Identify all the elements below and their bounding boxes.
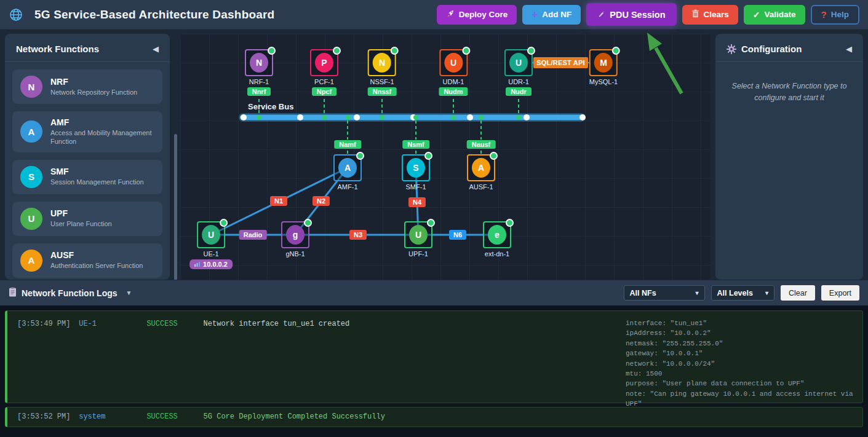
network-functions-title: Network Functions bbox=[16, 44, 99, 54]
help-label: Help bbox=[831, 10, 849, 19]
sbi-badge-nsmf: Nsmf bbox=[402, 140, 429, 149]
node-ue-1[interactable]: U UE-1 10.0.0.2 bbox=[189, 221, 233, 269]
add-nf-label: Add NF bbox=[542, 10, 571, 19]
status-dot bbox=[527, 47, 535, 55]
nf-desc: Access and Mobility Management Function bbox=[50, 128, 154, 146]
node-ext-dn-1[interactable]: e ext-dn-1 bbox=[483, 221, 511, 258]
node-smf-1[interactable]: S SMF-1 bbox=[402, 154, 430, 191]
export-logs-button[interactable]: Export bbox=[821, 285, 859, 301]
status-dot bbox=[490, 152, 498, 160]
help-button[interactable]: ? Help bbox=[811, 5, 859, 25]
question-icon: ? bbox=[821, 9, 827, 20]
node-gnb-1[interactable]: g gNB-1 bbox=[281, 221, 309, 258]
collapse-left-icon[interactable]: ◀ bbox=[153, 44, 159, 53]
link-badge-n2: N2 bbox=[313, 196, 330, 206]
log-source: UE-1 bbox=[79, 320, 142, 328]
page-title: 5G Service-Based Architecture Dashboard bbox=[34, 8, 274, 22]
log-timestamp: [3:53:52 PM] bbox=[17, 412, 74, 421]
sql-rest-api-badge: SQL/REST API bbox=[533, 57, 588, 68]
status-dot bbox=[462, 47, 470, 55]
node-label: PCF-1 bbox=[314, 78, 334, 85]
bar-chart-icon bbox=[194, 261, 200, 268]
nf-avatar: N bbox=[20, 76, 42, 98]
validate-button[interactable]: ✓ Validate bbox=[744, 5, 805, 25]
node-circle: P bbox=[315, 53, 333, 73]
clears-button[interactable]: Clears bbox=[682, 5, 738, 25]
logs-toggle-icon[interactable]: ▼ bbox=[126, 289, 132, 296]
sbi-badge-namf: Namf bbox=[334, 140, 361, 149]
node-label: NSSF-1 bbox=[370, 78, 394, 85]
nf-name: AMF bbox=[50, 117, 154, 127]
node-pcf-1[interactable]: P PCF-1 Npcf bbox=[310, 49, 338, 96]
link-badge-radio: Radio bbox=[239, 230, 267, 240]
log-detail-line: ipAddress: "10.0.0.2" bbox=[626, 328, 867, 338]
node-udm-1[interactable]: U UDM-1 Nudm bbox=[439, 49, 468, 96]
sidebar-item-amf[interactable]: A AMF Access and Mobility Management Fun… bbox=[12, 111, 162, 152]
log-entry[interactable]: [3:53:52 PM] system SUCCESS 5G Core Depl… bbox=[5, 407, 863, 427]
log-detail-line: mtu: 1500 bbox=[626, 369, 867, 379]
log-message: Network interface tun_ue1 created bbox=[204, 320, 350, 328]
node-label: MySQL-1 bbox=[589, 78, 618, 85]
add-nf-button[interactable]: + Add NF bbox=[522, 5, 581, 25]
status-dot bbox=[268, 47, 276, 55]
deploy-core-button[interactable]: Deploy Core bbox=[437, 5, 517, 25]
node-circle: U bbox=[202, 225, 220, 245]
nf-list: N NRF Network Repository Function A AMF … bbox=[5, 62, 170, 280]
sbi-badge: Nnssf bbox=[368, 87, 397, 96]
log-message: 5G Core Deployment Completed Successfull… bbox=[204, 412, 385, 421]
node-label: AUSF-1 bbox=[469, 183, 493, 191]
node-amf-1[interactable]: A AMF-1 bbox=[333, 154, 362, 191]
node-nrf-1[interactable]: N NRF-1 Nnrf bbox=[245, 49, 273, 96]
status-dot bbox=[427, 219, 435, 227]
node-upf-1[interactable]: U UPF-1 bbox=[404, 221, 432, 258]
node-udr-1[interactable]: U UDR-1 Nudr bbox=[504, 49, 533, 96]
trash-icon bbox=[691, 9, 699, 20]
node-circle: M bbox=[594, 53, 613, 73]
ue-ip-badge: 10.0.0.2 bbox=[189, 259, 233, 269]
node-label: UDM-1 bbox=[443, 78, 464, 85]
collapse-right-icon[interactable]: ◀ bbox=[846, 44, 852, 53]
log-detail-line: gateway: "10.0.0.1" bbox=[626, 348, 867, 358]
node-box: e bbox=[483, 221, 511, 248]
deploy-core-label: Deploy Core bbox=[459, 10, 508, 19]
nf-desc: Network Repository Function bbox=[50, 88, 137, 96]
chevron-down-icon: ▾ bbox=[696, 289, 699, 296]
node-mysql-1[interactable]: M MySQL-1 bbox=[589, 49, 618, 85]
nf-filter-select[interactable]: All NFs ▾ bbox=[624, 285, 705, 301]
nf-filter-value: All NFs bbox=[630, 289, 656, 297]
sidebar-item-ausf[interactable]: A AUSF Authentication Server Function bbox=[12, 243, 162, 278]
clear-logs-button[interactable]: Clear bbox=[781, 285, 815, 301]
nf-name: AUSF bbox=[50, 250, 143, 260]
logs-body[interactable]: [3:53:49 PM] UE-1 SUCCESS Network interf… bbox=[0, 305, 868, 437]
node-label: NRF-1 bbox=[249, 78, 269, 85]
chevron-down-icon: ▾ bbox=[765, 289, 768, 296]
clipboard-icon bbox=[9, 287, 17, 299]
link-badge-n4: N4 bbox=[408, 197, 426, 207]
service-bus-label: Service Bus bbox=[248, 102, 293, 111]
pdu-session-button[interactable]: PDU Session bbox=[586, 3, 676, 26]
level-filter-select[interactable]: All Levels ▾ bbox=[711, 285, 774, 301]
gear-icon bbox=[727, 44, 736, 54]
logs-header: Network Function Logs ▼ All NFs ▾ All Le… bbox=[0, 280, 868, 305]
status-dot bbox=[506, 219, 514, 227]
logs-controls: All NFs ▾ All Levels ▾ Clear Export bbox=[624, 285, 859, 301]
sbi-badge-nausf: Nausf bbox=[467, 140, 496, 149]
status-dot bbox=[220, 219, 228, 227]
node-circle: e bbox=[488, 225, 506, 245]
globe-icon bbox=[9, 7, 23, 22]
node-circle: N bbox=[250, 53, 268, 73]
log-detail-line: netmask: "255.255.255.0" bbox=[626, 339, 867, 348]
topology-canvas[interactable]: Service Bus SQL/REST API N NRF-1 Nnrf P … bbox=[180, 34, 711, 280]
sidebar-item-nrf[interactable]: N NRF Network Repository Function bbox=[12, 69, 162, 104]
sidebar-item-smf[interactable]: S SMF Session Management Function bbox=[12, 160, 162, 194]
status-dot bbox=[304, 219, 312, 227]
node-ausf-1[interactable]: A AUSF-1 bbox=[467, 154, 495, 191]
node-nssf-1[interactable]: N NSSF-1 Nnssf bbox=[368, 49, 397, 96]
nf-name: SMF bbox=[50, 167, 144, 176]
sidebar-item-upf[interactable]: U UPF User Plane Function bbox=[12, 202, 162, 236]
node-circle: A bbox=[338, 158, 357, 178]
configuration-title: Configuration bbox=[741, 44, 802, 54]
log-entry[interactable]: [3:53:49 PM] UE-1 SUCCESS Network interf… bbox=[5, 310, 863, 403]
top-bar: 5G Service-Based Architecture Dashboard … bbox=[0, 0, 868, 30]
sidebar-scrollbar[interactable] bbox=[174, 134, 177, 280]
